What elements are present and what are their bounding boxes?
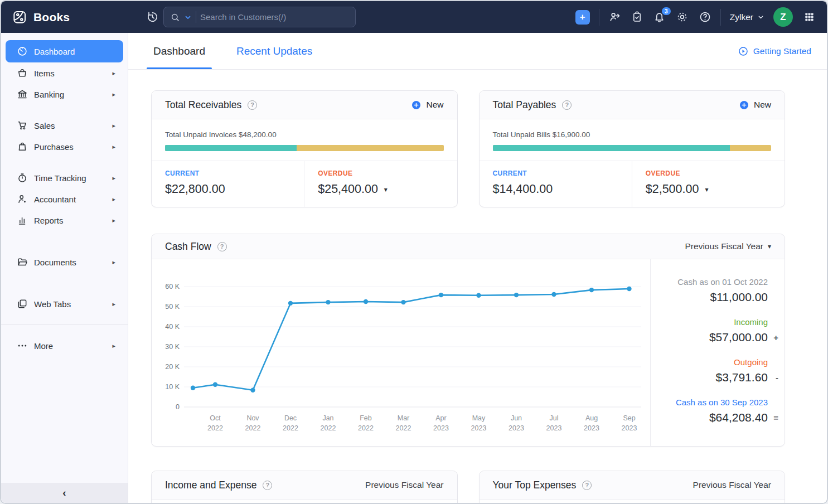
- svg-text:Apr: Apr: [435, 414, 446, 422]
- help-icon[interactable]: ?: [562, 100, 572, 110]
- search-input[interactable]: [200, 12, 349, 22]
- svg-text:2023: 2023: [509, 424, 524, 432]
- referral-button[interactable]: [608, 11, 621, 23]
- apps-grid-icon: [804, 12, 815, 22]
- help-icon[interactable]: ?: [263, 481, 272, 490]
- apps-button[interactable]: [804, 12, 815, 22]
- svg-text:40 K: 40 K: [165, 323, 180, 331]
- chevron-right-icon: ▸: [112, 91, 115, 98]
- help-icon[interactable]: ?: [582, 481, 592, 490]
- income-expense-period-select[interactable]: Previous Fiscal Year: [365, 480, 443, 490]
- sidebar-item-dashboard[interactable]: Dashboard: [6, 40, 123, 62]
- search-scope-chevron-icon[interactable]: [184, 13, 192, 21]
- svg-text:Nov: Nov: [246, 414, 259, 422]
- svg-text:10 K: 10 K: [165, 383, 180, 391]
- settings-button[interactable]: [676, 11, 689, 23]
- search-icon: [170, 12, 180, 22]
- incoming: Incoming $57,000.00+: [651, 317, 785, 344]
- svg-text:Feb: Feb: [360, 414, 372, 422]
- svg-text:0: 0: [176, 403, 180, 411]
- chevron-right-icon: ▸: [112, 301, 115, 308]
- overdue-value: $2,500.00 ▾: [646, 182, 771, 196]
- documents-folder-icon: [17, 256, 28, 268]
- caret-down-icon: ▾: [768, 243, 771, 250]
- sidebar-item-accountant[interactable]: Accountant ▸: [6, 188, 123, 210]
- total-receivables-card: Total Receivables ? New Total Unpaid Inv…: [151, 90, 458, 207]
- svg-text:Jan: Jan: [322, 414, 333, 422]
- svg-text:Jun: Jun: [511, 414, 522, 422]
- clipboard-check-icon: [631, 11, 643, 23]
- help-icon[interactable]: ?: [217, 242, 227, 251]
- search-divider: [196, 11, 196, 23]
- refer-user-icon: [608, 11, 621, 23]
- top-expenses-period-select[interactable]: Previous Fiscal Year: [693, 480, 771, 490]
- chevron-right-icon: ▸: [112, 196, 115, 203]
- help-circle-icon: [699, 11, 711, 23]
- overdue-value: $25,400.00 ▾: [318, 182, 443, 196]
- chevron-right-icon: ▸: [112, 259, 115, 266]
- tasks-button[interactable]: [631, 11, 643, 23]
- play-circle-icon: [738, 46, 749, 57]
- svg-text:20 K: 20 K: [165, 363, 180, 371]
- notifications-button[interactable]: 3: [653, 11, 666, 23]
- collapse-left-icon: ‹: [62, 487, 66, 499]
- help-icon[interactable]: ?: [248, 100, 257, 110]
- tab-recent-updates[interactable]: Recent Updates: [233, 33, 316, 69]
- closing-balance: Cash as on 30 Sep 2023 $64,208.40=: [651, 398, 785, 424]
- sidebar-item-banking[interactable]: Banking ▸: [6, 84, 123, 105]
- sidebar-item-reports[interactable]: Reports ▸: [6, 210, 123, 231]
- sidebar-collapse-button[interactable]: ‹: [1, 483, 128, 503]
- cash-flow-period-select[interactable]: Previous Fiscal Year ▾: [685, 241, 771, 251]
- web-tabs-icon: [17, 298, 28, 309]
- cash-flow-card: Cash Flow ? Previous Fiscal Year ▾ 010 K…: [151, 234, 785, 447]
- payables-progress-bar: [493, 145, 772, 151]
- svg-text:2023: 2023: [471, 424, 487, 432]
- svg-text:2022: 2022: [358, 424, 374, 432]
- closing-balance-link[interactable]: Cash as on 30 Sep 2023: [651, 398, 768, 407]
- sidebar-item-documents[interactable]: Documents ▸: [6, 251, 123, 273]
- avatar[interactable]: Z: [773, 7, 793, 27]
- dashboard-content: Total Receivables ? New Total Unpaid Inv…: [128, 70, 827, 503]
- svg-text:Jul: Jul: [550, 414, 559, 422]
- payables-title: Total Payables: [493, 99, 556, 111]
- search-bar[interactable]: [163, 7, 356, 27]
- sidebar-item-items[interactable]: Items ▸: [6, 62, 123, 84]
- sales-cart-icon: [17, 120, 28, 131]
- topbar-divider: [720, 9, 721, 26]
- svg-text:2023: 2023: [622, 424, 637, 432]
- new-payable-button[interactable]: New: [739, 100, 771, 110]
- org-switcher[interactable]: Zylker: [730, 12, 764, 22]
- books-logo-icon: [12, 9, 27, 25]
- income-expense-title: Income and Expense: [165, 479, 256, 491]
- new-receivable-button[interactable]: New: [411, 100, 443, 110]
- caret-down-icon[interactable]: ▾: [384, 186, 388, 193]
- tab-dashboard[interactable]: Dashboard: [150, 33, 209, 69]
- top-bar: Books +: [1, 1, 827, 33]
- app-name: Books: [33, 11, 70, 24]
- quick-create-button[interactable]: +: [575, 10, 590, 25]
- topbar-divider: [599, 9, 599, 26]
- svg-text:2022: 2022: [283, 424, 298, 432]
- gear-icon: [676, 11, 689, 23]
- sidebar: Dashboard Items ▸ Banking ▸: [1, 33, 128, 503]
- sidebar-item-time-tracking[interactable]: Time Tracking ▸: [6, 167, 123, 188]
- income-expense-card: Income and Expense ? Previous Fiscal Yea…: [151, 471, 458, 503]
- receivables-title: Total Receivables: [165, 99, 241, 111]
- sidebar-item-more[interactable]: More ▸: [6, 335, 123, 356]
- opening-balance: Cash as on 01 Oct 2022 $11,000.00: [651, 277, 785, 304]
- overdue-label: OVERDUE: [646, 169, 771, 177]
- org-name: Zylker: [730, 12, 753, 22]
- sidebar-item-web-tabs[interactable]: Web Tabs ▸: [6, 293, 123, 314]
- sidebar-item-purchases[interactable]: Purchases ▸: [6, 136, 123, 157]
- app-logo[interactable]: Books: [1, 9, 128, 25]
- getting-started-link[interactable]: Getting Started: [738, 46, 811, 57]
- sidebar-item-sales[interactable]: Sales ▸: [6, 115, 123, 136]
- time-tracking-icon: [17, 172, 28, 183]
- caret-down-icon[interactable]: ▾: [705, 186, 708, 193]
- chevron-right-icon: ▸: [112, 70, 115, 77]
- svg-text:2022: 2022: [207, 424, 223, 432]
- help-button[interactable]: [699, 11, 711, 23]
- top-expenses-card: Your Top Expenses ? Previous Fiscal Year: [479, 471, 786, 503]
- recent-history-button[interactable]: [146, 11, 159, 23]
- notification-badge: 3: [662, 7, 671, 15]
